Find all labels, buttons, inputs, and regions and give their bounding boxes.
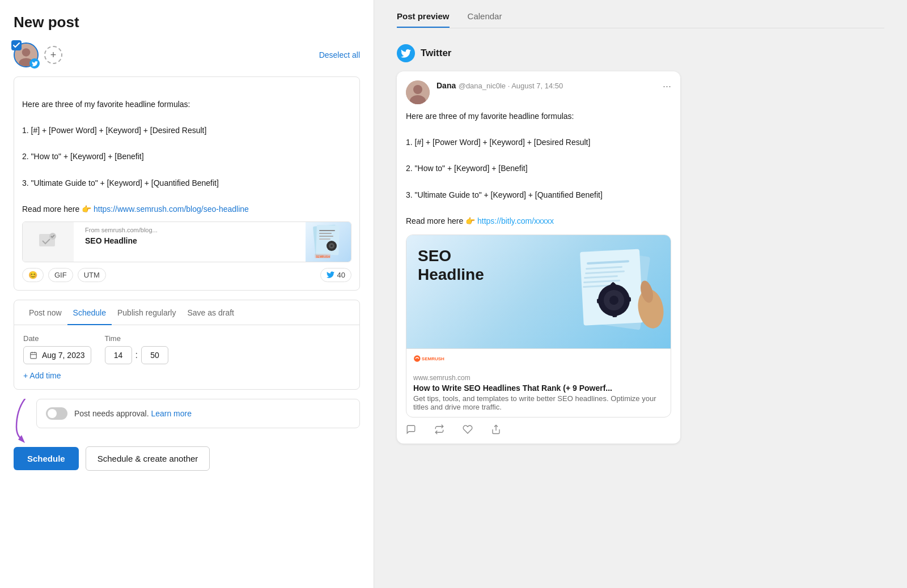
svg-point-48	[414, 355, 420, 361]
tweet-meta: Dana @dana_nic0le · August 7, 14:50	[436, 80, 656, 91]
svg-rect-42	[597, 299, 601, 303]
platform-name: Twitter	[421, 48, 451, 59]
retweet-button[interactable]	[434, 424, 444, 434]
tweet-handle-date: @dana_nic0le · August 7, 14:50	[459, 82, 563, 90]
seo-headline-image-text: SEOHeadline	[418, 246, 484, 284]
link-preview-info: From semrush.com/blog... SEO Headline	[80, 222, 299, 262]
deselect-all-button[interactable]: Deselect all	[319, 50, 360, 59]
tweet-preview-card: SEOHeadline	[406, 235, 671, 417]
time-separator: :	[135, 350, 138, 360]
tweet-card-info: www.semrush.com How to Write SEO Headlin…	[406, 368, 671, 417]
svg-rect-41	[612, 313, 617, 317]
svg-rect-16	[31, 352, 37, 359]
add-time-button[interactable]: + Add time	[14, 371, 70, 389]
svg-rect-7	[319, 230, 335, 231]
utm-button[interactable]: UTM	[78, 268, 106, 282]
emoji-button[interactable]: 😊	[22, 268, 44, 282]
tab-save-as-draft[interactable]: Save as draft	[181, 300, 240, 325]
schedule-tabs: Post now Schedule Publish regularly Save…	[14, 300, 359, 325]
tab-publish-regularly[interactable]: Publish regularly	[112, 300, 182, 325]
check-badge	[11, 40, 22, 50]
tweet-avatar	[406, 80, 430, 104]
approval-text: Post needs approval. Learn more	[74, 409, 192, 418]
link-preview: From semrush.com/blog... SEO Headline	[22, 221, 351, 262]
tweet-card-title: How to Write SEO Headlines That Rank (+ …	[413, 384, 664, 393]
platform-header: Twitter	[397, 44, 680, 62]
link-preview-image	[23, 222, 74, 262]
svg-text:SEMRUSH: SEMRUSH	[316, 255, 330, 258]
post-actions: 😊 GIF UTM 40	[22, 268, 351, 282]
date-label: Date	[23, 334, 91, 343]
page-title: New post	[14, 14, 360, 31]
tweet-actions	[406, 424, 671, 434]
tweet-card-image: SEOHeadline	[406, 235, 671, 348]
gif-button[interactable]: GIF	[48, 268, 73, 282]
tweet-user: Dana	[436, 81, 456, 90]
character-count: 40	[337, 271, 345, 279]
twitter-badge	[29, 58, 40, 69]
time-label: Time	[105, 334, 168, 343]
tab-calendar[interactable]: Calendar	[468, 11, 502, 28]
post-box: Here are three of my favorite headline f…	[14, 76, 360, 291]
date-time-row: Date Aug 7, 2023 Time 14 : 50	[14, 325, 359, 371]
tweet-card-description: Get tips, tools, and templates to write …	[413, 394, 664, 411]
tab-post-now[interactable]: Post now	[23, 300, 67, 325]
time-hour[interactable]: 14	[105, 346, 132, 364]
tweet-card: Dana @dana_nic0le · August 7, 14:50 ··· …	[397, 71, 680, 444]
account-row: + Deselect all	[14, 42, 360, 67]
post-text[interactable]: Here are three of my favorite headline f…	[22, 85, 351, 216]
schedule-section: Post now Schedule Publish regularly Save…	[14, 300, 360, 390]
twitter-count: 40	[320, 268, 351, 282]
tweet-link[interactable]: https://bitly.com/xxxxx	[477, 216, 554, 225]
tab-schedule[interactable]: Schedule	[67, 300, 112, 325]
svg-point-22	[413, 85, 422, 94]
share-button[interactable]	[491, 424, 501, 434]
post-link[interactable]: https://www.semrush.com/blog/seo-headlin…	[94, 204, 249, 214]
link-preview-title: SEO Headline	[85, 236, 294, 246]
tweet-header: Dana @dana_nic0le · August 7, 14:50 ···	[406, 80, 671, 104]
tweet-card-domain: www.semrush.com	[413, 374, 664, 382]
approval-section: Post needs approval. Learn more	[36, 399, 360, 428]
account-left: +	[14, 42, 62, 67]
svg-point-13	[330, 245, 333, 247]
date-value: Aug 7, 2023	[42, 351, 85, 360]
svg-rect-43	[626, 297, 631, 301]
tweet-more-button[interactable]: ···	[663, 80, 671, 92]
right-tabs: Post preview Calendar	[397, 11, 884, 28]
svg-text:SEMRUSH: SEMRUSH	[422, 356, 444, 361]
schedule-create-another-button[interactable]: Schedule & create another	[86, 446, 210, 471]
svg-rect-6	[316, 225, 340, 255]
tab-post-preview[interactable]: Post preview	[397, 11, 450, 28]
time-input-group: 14 : 50	[105, 346, 168, 364]
reply-button[interactable]	[406, 424, 416, 434]
svg-rect-9	[319, 236, 333, 237]
link-preview-thumb: SEMRUSH	[306, 222, 351, 262]
svg-rect-10	[319, 238, 330, 240]
left-panel: New post + Deselect al	[0, 0, 374, 588]
newspaper-illustration	[563, 241, 665, 337]
approval-toggle[interactable]	[46, 407, 67, 420]
add-account-button[interactable]: +	[44, 46, 62, 64]
preview-container: Twitter Dana @dana_nic0le · August 7, 14…	[397, 44, 680, 444]
date-field-group: Date Aug 7, 2023	[23, 334, 91, 364]
learn-more-link[interactable]: Learn more	[151, 409, 192, 418]
svg-rect-8	[319, 233, 332, 234]
tweet-body: Here are three of my favorite headline f…	[406, 110, 671, 228]
time-field-group: Time 14 : 50	[105, 334, 168, 364]
right-panel: Post preview Calendar Twitter	[374, 0, 907, 588]
date-input[interactable]: Aug 7, 2023	[23, 346, 91, 364]
semrush-branding: SEMRUSH	[406, 348, 671, 368]
twitter-platform-icon	[397, 44, 415, 62]
time-minute[interactable]: 50	[141, 346, 168, 364]
like-button[interactable]	[463, 424, 473, 434]
link-preview-source: From semrush.com/blog...	[85, 227, 294, 233]
arrow-indicator: Post needs approval. Learn more	[14, 399, 360, 446]
arrow-svg	[14, 399, 36, 446]
schedule-button[interactable]: Schedule	[14, 447, 79, 470]
bottom-buttons: Schedule Schedule & create another	[14, 446, 360, 471]
svg-point-1	[22, 48, 31, 57]
avatar-container	[14, 42, 39, 67]
